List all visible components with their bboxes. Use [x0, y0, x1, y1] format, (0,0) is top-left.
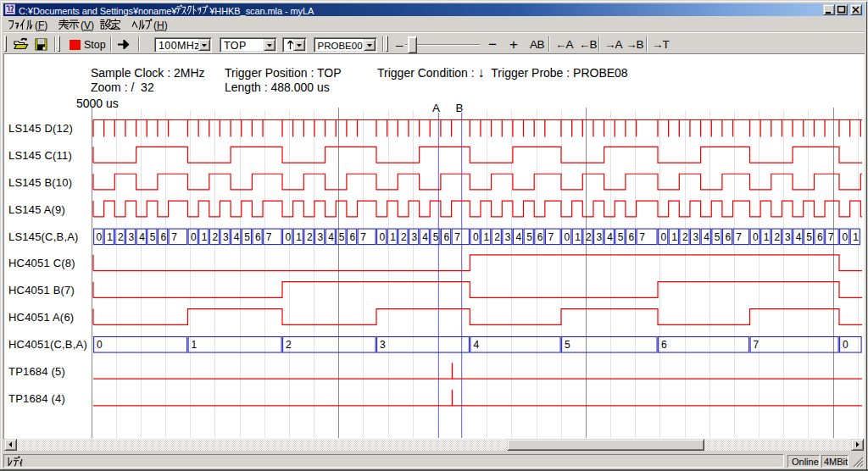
svg-text:5: 5 [565, 339, 570, 351]
svg-text:3: 3 [597, 231, 603, 243]
svg-text:5: 5 [618, 231, 624, 243]
svg-text:0: 0 [661, 231, 667, 243]
svg-text:2: 2 [118, 231, 124, 243]
svg-text:6: 6 [443, 231, 449, 243]
svg-text:7: 7 [171, 231, 177, 243]
svg-text:6: 6 [255, 231, 261, 243]
svg-text:7: 7 [454, 231, 460, 243]
svg-text:0: 0 [753, 231, 759, 243]
svg-text:2: 2 [212, 231, 218, 243]
svg-text:5: 5 [150, 231, 156, 243]
svg-text:1: 1 [853, 231, 859, 243]
svg-text:4: 4 [607, 231, 613, 243]
svg-text:2: 2 [682, 231, 688, 243]
svg-text:0: 0 [97, 231, 103, 243]
svg-text:2: 2 [586, 231, 592, 243]
svg-text:0: 0 [380, 231, 386, 243]
svg-text:4: 4 [515, 231, 521, 243]
svg-text:0: 0 [191, 231, 197, 243]
svg-text:5: 5 [433, 231, 439, 243]
svg-text:5: 5 [244, 231, 250, 243]
svg-text:3: 3 [318, 231, 324, 243]
svg-text:2: 2 [774, 231, 780, 243]
svg-text:1: 1 [192, 339, 198, 351]
svg-text:3: 3 [693, 231, 699, 243]
svg-text:6: 6 [817, 231, 823, 243]
svg-text:3: 3 [412, 231, 418, 243]
svg-text:5: 5 [526, 231, 532, 243]
svg-text:5: 5 [339, 231, 345, 243]
svg-text:7: 7 [639, 231, 645, 243]
svg-text:1: 1 [390, 231, 396, 243]
svg-text:4: 4 [328, 231, 334, 243]
svg-text:4: 4 [473, 339, 479, 351]
svg-text:7: 7 [736, 231, 742, 243]
svg-text:7: 7 [360, 231, 366, 243]
svg-text:0: 0 [843, 231, 849, 243]
svg-text:3: 3 [785, 231, 791, 243]
svg-text:0: 0 [286, 231, 292, 243]
svg-text:0: 0 [565, 231, 570, 243]
svg-text:6: 6 [661, 339, 667, 351]
svg-text:7: 7 [548, 231, 554, 243]
svg-text:1: 1 [202, 231, 208, 243]
svg-text:5: 5 [806, 231, 812, 243]
svg-text:4: 4 [422, 231, 428, 243]
svg-text:1: 1 [296, 231, 302, 243]
svg-text:2: 2 [401, 231, 407, 243]
svg-text:6: 6 [628, 231, 634, 243]
svg-text:7: 7 [266, 231, 272, 243]
svg-text:3: 3 [380, 339, 386, 351]
svg-text:5: 5 [715, 231, 721, 243]
svg-text:3: 3 [129, 231, 135, 243]
svg-text:4: 4 [796, 231, 802, 243]
svg-text:2: 2 [307, 231, 313, 243]
svg-text:4: 4 [139, 231, 145, 243]
svg-text:1: 1 [671, 231, 677, 243]
svg-text:0: 0 [473, 231, 479, 243]
svg-text:6: 6 [725, 231, 731, 243]
svg-text:2: 2 [286, 339, 292, 351]
svg-text:6: 6 [160, 231, 166, 243]
svg-text:4: 4 [704, 231, 709, 243]
svg-text:1: 1 [764, 231, 770, 243]
svg-text:1: 1 [575, 231, 581, 243]
svg-text:0: 0 [843, 339, 849, 351]
svg-text:3: 3 [223, 231, 229, 243]
svg-text:7: 7 [754, 339, 760, 351]
svg-text:6: 6 [537, 231, 543, 243]
svg-text:1: 1 [107, 231, 113, 243]
svg-text:0: 0 [97, 339, 103, 351]
svg-text:7: 7 [828, 231, 834, 243]
svg-text:6: 6 [349, 231, 355, 243]
svg-text:3: 3 [505, 231, 511, 243]
svg-text:4: 4 [234, 231, 240, 243]
svg-text:2: 2 [494, 231, 500, 243]
svg-text:1: 1 [484, 231, 490, 243]
